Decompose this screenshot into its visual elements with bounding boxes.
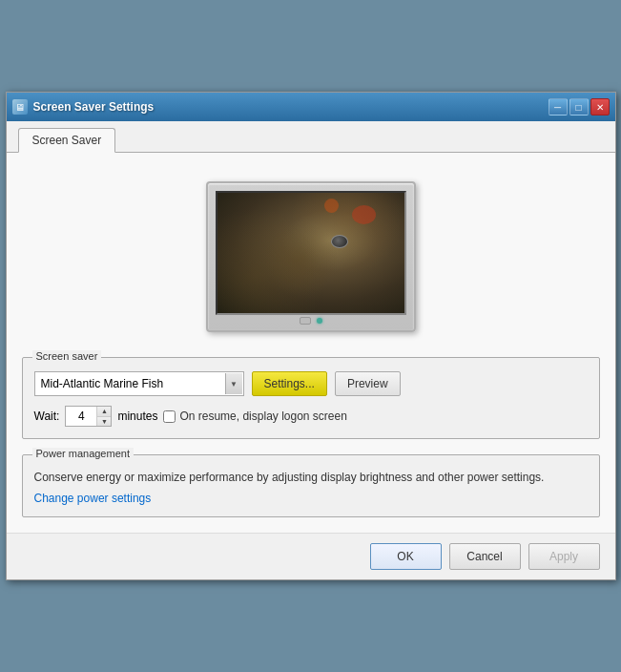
wait-label: Wait: (34, 410, 60, 423)
spinner-down-arrow[interactable]: ▼ (97, 417, 111, 427)
title-bar-buttons: ─ □ ✕ (549, 98, 610, 116)
footer: OK Cancel Apply (7, 533, 615, 579)
title-bar: 🖥 Screen Saver Settings ─ □ ✕ (7, 93, 615, 121)
maximize-button[interactable]: □ (569, 98, 589, 116)
fish-preview-image (217, 193, 404, 313)
monitor-led (317, 318, 322, 324)
minimize-button[interactable]: ─ (549, 98, 568, 116)
monitor-preview (22, 172, 600, 342)
logon-screen-checkbox[interactable] (163, 410, 176, 423)
ok-button[interactable]: OK (370, 543, 442, 570)
power-management-section: Power management Conserve energy or maxi… (22, 454, 600, 517)
logon-screen-checkbox-label[interactable]: On resume, display logon screen (163, 410, 346, 423)
monitor-mockup (206, 181, 416, 332)
content-area: Screen saver Mid-Atlantic Marine Fish (N… (7, 153, 615, 533)
close-button[interactable]: ✕ (590, 98, 610, 116)
screen-saver-row: Mid-Atlantic Marine Fish (None) 3D Text … (34, 371, 588, 396)
wait-spinner[interactable]: ▲ ▼ (65, 406, 112, 427)
screen-saver-section-label: Screen saver (32, 350, 102, 362)
screen-saver-dropdown-wrapper[interactable]: Mid-Atlantic Marine Fish (None) 3D Text … (34, 371, 244, 396)
change-power-settings-link[interactable]: Change power settings (34, 492, 152, 505)
spinner-up-arrow[interactable]: ▲ (97, 407, 111, 417)
tab-screen-saver[interactable]: Screen Saver (18, 128, 116, 153)
cancel-button[interactable]: Cancel (449, 543, 521, 570)
tab-bar: Screen Saver (7, 121, 615, 153)
screen-saver-settings-window: 🖥 Screen Saver Settings ─ □ ✕ Screen Sav… (6, 92, 616, 580)
apply-button[interactable]: Apply (528, 543, 600, 570)
window-title: Screen Saver Settings (33, 100, 155, 114)
wait-row: Wait: ▲ ▼ minutes On resume, display log… (34, 406, 588, 427)
preview-button[interactable]: Preview (335, 371, 401, 396)
monitor-base (300, 317, 322, 325)
title-bar-left: 🖥 Screen Saver Settings (12, 99, 155, 115)
wait-value-input[interactable] (66, 410, 96, 423)
logon-screen-label: On resume, display logon screen (179, 410, 346, 423)
power-section-label: Power management (32, 448, 134, 459)
window-icon: 🖥 (12, 99, 28, 115)
minutes-label: minutes (117, 410, 157, 423)
power-description: Conserve energy or maximize performance … (34, 469, 588, 486)
monitor-screen (216, 191, 406, 315)
screen-saver-dropdown[interactable]: Mid-Atlantic Marine Fish (None) 3D Text … (34, 371, 244, 396)
settings-button[interactable]: Settings... (252, 371, 327, 396)
spinner-arrows: ▲ ▼ (96, 407, 111, 426)
monitor-power-button (300, 317, 311, 325)
screen-saver-section: Screen saver Mid-Atlantic Marine Fish (N… (22, 357, 600, 439)
